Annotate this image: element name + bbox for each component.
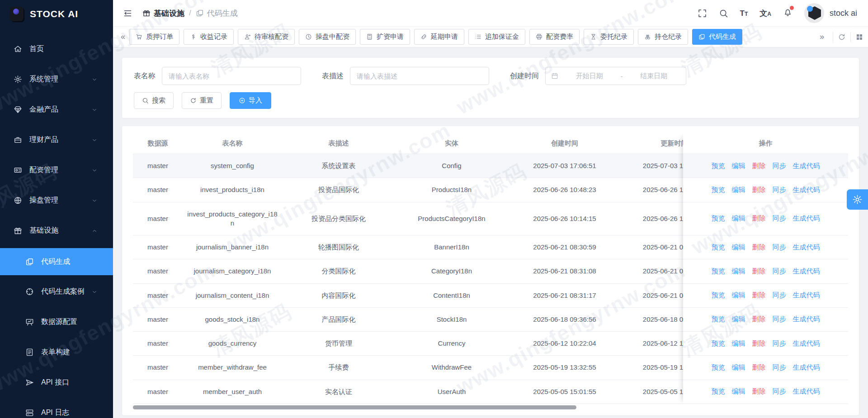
- sidebar-item-9[interactable]: 数据源配置: [0, 309, 113, 335]
- action-edit-link[interactable]: 编辑: [732, 267, 745, 276]
- sidebar-item-2[interactable]: 金融产品: [0, 97, 113, 122]
- action-delete-link[interactable]: 删除: [752, 214, 766, 223]
- action-row-5: 预览编辑删除同步生成代码: [683, 284, 848, 308]
- action-sync-link[interactable]: 同步: [773, 267, 786, 276]
- action-delete-link[interactable]: 删除: [752, 363, 766, 372]
- action-sync-link[interactable]: 同步: [773, 186, 786, 194]
- action-preview-link[interactable]: 预览: [712, 339, 725, 348]
- sidebar-item-10[interactable]: 表单构建: [0, 339, 113, 365]
- sidebar-collapse-icon[interactable]: [123, 9, 132, 18]
- action-sync-link[interactable]: 同步: [773, 363, 786, 372]
- tabs-scroll-right-icon[interactable]: »: [816, 32, 828, 42]
- action-sync-link[interactable]: 同步: [773, 387, 786, 396]
- sidebar-item-3[interactable]: 理财产品: [0, 127, 113, 153]
- action-generate-link[interactable]: 生成代码: [793, 363, 820, 372]
- action-preview-link[interactable]: 预览: [712, 291, 725, 300]
- action-delete-link[interactable]: 删除: [752, 339, 766, 348]
- action-generate-link[interactable]: 生成代码: [793, 243, 820, 252]
- sidebar-item-8[interactable]: 代码生成案例: [0, 279, 113, 305]
- action-generate-link[interactable]: 生成代码: [793, 267, 820, 276]
- fullscreen-icon[interactable]: [698, 9, 707, 18]
- action-generate-link[interactable]: 生成代码: [793, 186, 820, 194]
- font-size-icon[interactable]: TT: [740, 9, 748, 17]
- tab-item-2[interactable]: 待审核配资: [238, 29, 295, 45]
- sidebar-item-11[interactable]: API 接口: [0, 370, 113, 395]
- action-generate-link[interactable]: 生成代码: [793, 387, 820, 396]
- chevron-down-icon: [91, 167, 98, 174]
- tab-item-3[interactable]: 操盘中配资: [299, 29, 356, 45]
- cell-table-name: goods_currency: [183, 332, 282, 355]
- action-delete-link[interactable]: 删除: [752, 267, 766, 276]
- action-preview-link[interactable]: 预览: [712, 315, 725, 324]
- tab-item-8[interactable]: 委托纪录: [584, 29, 634, 45]
- action-delete-link[interactable]: 删除: [752, 243, 766, 252]
- action-edit-link[interactable]: 编辑: [732, 363, 745, 372]
- action-preview-link[interactable]: 预览: [712, 162, 725, 170]
- action-edit-link[interactable]: 编辑: [732, 387, 745, 396]
- translate-icon[interactable]: 文A: [760, 9, 771, 17]
- action-edit-link[interactable]: 编辑: [732, 214, 745, 223]
- action-delete-link[interactable]: 删除: [752, 387, 766, 396]
- sidebar-item-4[interactable]: 配资管理: [0, 157, 113, 183]
- sidebar-item-7[interactable]: 代码生成: [0, 248, 113, 275]
- tab-item-5[interactable]: 延期申请: [414, 29, 464, 45]
- action-generate-link[interactable]: 生成代码: [793, 315, 820, 324]
- action-preview-link[interactable]: 预览: [712, 214, 725, 223]
- search-button[interactable]: 搜索: [134, 92, 174, 109]
- tab-item-7[interactable]: 配资费率: [529, 29, 580, 45]
- action-edit-link[interactable]: 编辑: [732, 162, 745, 170]
- action-sync-link[interactable]: 同步: [773, 339, 786, 348]
- reset-button[interactable]: 重置: [182, 92, 222, 109]
- action-preview-link[interactable]: 预览: [712, 186, 725, 194]
- action-sync-link[interactable]: 同步: [773, 291, 786, 300]
- action-generate-link[interactable]: 生成代码: [793, 291, 820, 300]
- avatar[interactable]: [804, 3, 824, 23]
- tab-item-10[interactable]: 代码生成: [692, 29, 742, 45]
- action-preview-link[interactable]: 预览: [712, 267, 725, 276]
- scrollbar-thumb[interactable]: [133, 405, 576, 409]
- action-sync-link[interactable]: 同步: [773, 162, 786, 170]
- action-delete-link[interactable]: 删除: [752, 291, 766, 300]
- sidebar-item-5[interactable]: 操盘管理: [0, 188, 113, 213]
- action-sync-link[interactable]: 同步: [773, 315, 786, 324]
- action-preview-link[interactable]: 预览: [712, 387, 725, 396]
- search-icon[interactable]: [719, 9, 728, 18]
- sidebar-item-0[interactable]: 首页: [0, 36, 113, 62]
- tabs-scroll-left-icon[interactable]: «: [117, 32, 129, 42]
- tab-item-1[interactable]: 收益记录: [184, 29, 234, 45]
- sidebar-item-12[interactable]: API 日志: [0, 400, 113, 418]
- tab-item-6[interactable]: 追加保证金: [468, 29, 525, 45]
- action-generate-link[interactable]: 生成代码: [793, 214, 820, 223]
- date-range-picker[interactable]: 开始日期 - 结束日期: [545, 67, 686, 85]
- action-edit-link[interactable]: 编辑: [732, 291, 745, 300]
- action-preview-link[interactable]: 预览: [712, 363, 725, 372]
- action-edit-link[interactable]: 编辑: [732, 186, 745, 194]
- action-sync-link[interactable]: 同步: [773, 214, 786, 223]
- theme-settings-button[interactable]: [847, 189, 868, 210]
- action-sync-link[interactable]: 同步: [773, 243, 786, 252]
- action-delete-link[interactable]: 删除: [752, 315, 766, 324]
- sidebar-item-6[interactable]: 基础设施: [0, 218, 113, 244]
- action-delete-link[interactable]: 删除: [752, 186, 766, 194]
- tab-item-4[interactable]: 扩资申请: [360, 29, 410, 45]
- action-edit-link[interactable]: 编辑: [732, 339, 745, 348]
- action-preview-link[interactable]: 预览: [712, 243, 725, 252]
- sidebar-item-1[interactable]: 系统管理: [0, 66, 113, 92]
- action-generate-link[interactable]: 生成代码: [793, 162, 820, 170]
- layout-grid-icon[interactable]: [855, 33, 863, 41]
- refresh-icon[interactable]: [838, 33, 846, 41]
- breadcrumb-item-parent[interactable]: 基础设施: [142, 8, 184, 19]
- table-name-input[interactable]: [162, 67, 301, 85]
- cell-entity: ContentI18n: [395, 284, 508, 307]
- tab-item-9[interactable]: 持仓纪录: [638, 29, 688, 45]
- action-edit-link[interactable]: 编辑: [732, 315, 745, 324]
- action-delete-link[interactable]: 删除: [752, 162, 766, 170]
- tab-item-0[interactable]: 质押订单: [129, 29, 179, 45]
- import-button[interactable]: 导入: [230, 92, 271, 109]
- user-name[interactable]: stock ai: [830, 9, 857, 18]
- notification-bell[interactable]: [783, 8, 793, 19]
- action-generate-link[interactable]: 生成代码: [793, 339, 820, 348]
- table-desc-input[interactable]: [350, 67, 489, 85]
- clock-icon: [305, 33, 312, 40]
- action-edit-link[interactable]: 编辑: [732, 243, 745, 252]
